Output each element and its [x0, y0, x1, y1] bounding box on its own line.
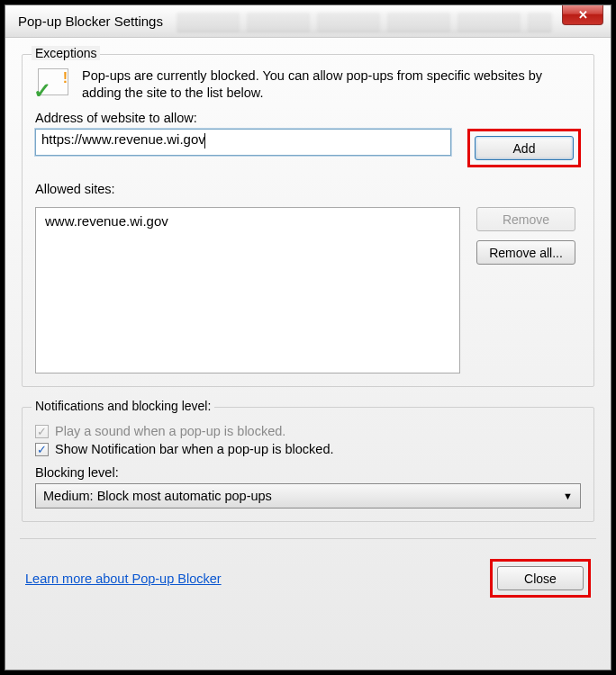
exceptions-group: Exceptions ! ✓ Pop-ups are currently blo… [22, 54, 594, 387]
remove-all-button[interactable]: Remove all... [476, 240, 575, 265]
blocking-level-value: Medium: Block most automatic pop-ups [43, 489, 272, 503]
window-title: Pop-up Blocker Settings [18, 14, 163, 29]
exceptions-description: Pop-ups are currently blocked. You can a… [82, 68, 581, 102]
exceptions-legend: Exceptions [32, 46, 100, 60]
chevron-down-icon: ▼ [563, 490, 573, 501]
close-icon: ✕ [578, 8, 588, 22]
popup-allowed-icon: ! ✓ [35, 68, 71, 102]
show-notification-bar-checkbox[interactable] [35, 443, 49, 456]
background-tabs-blur [177, 13, 552, 32]
popup-blocker-settings-dialog: Pop-up Blocker Settings ✕ Exceptions ! ✓… [5, 4, 611, 670]
window-close-button[interactable]: ✕ [562, 5, 603, 25]
notifications-legend: Notifications and blocking level: [32, 399, 214, 413]
show-notification-bar-label: Show Notification bar when a pop-up is b… [55, 442, 334, 456]
allowed-sites-label: Allowed sites: [35, 182, 581, 196]
add-button-highlight: Add [467, 129, 581, 167]
address-label: Address of website to allow: [35, 111, 581, 125]
list-item[interactable]: www.revenue.wi.gov [45, 213, 450, 229]
learn-more-link[interactable]: Learn more about Pop-up Blocker [25, 572, 222, 586]
blocking-level-label: Blocking level: [35, 465, 581, 480]
notifications-group: Notifications and blocking level: Play a… [22, 407, 594, 522]
play-sound-checkbox [35, 425, 49, 438]
separator [20, 538, 596, 539]
allowed-sites-list[interactable]: www.revenue.wi.gov [35, 207, 460, 374]
text-caret [204, 133, 205, 148]
remove-button[interactable]: Remove [476, 207, 575, 231]
add-button[interactable]: Add [475, 136, 574, 160]
blocking-level-dropdown[interactable]: Medium: Block most automatic pop-ups ▼ [35, 483, 581, 508]
close-button-highlight: Close [490, 559, 591, 598]
dialog-content: Exceptions ! ✓ Pop-ups are currently blo… [5, 38, 611, 610]
address-input[interactable]: https://www.revenue.wi.gov [35, 129, 451, 156]
close-button[interactable]: Close [497, 566, 584, 590]
play-sound-label: Play a sound when a pop-up is blocked. [55, 424, 285, 438]
